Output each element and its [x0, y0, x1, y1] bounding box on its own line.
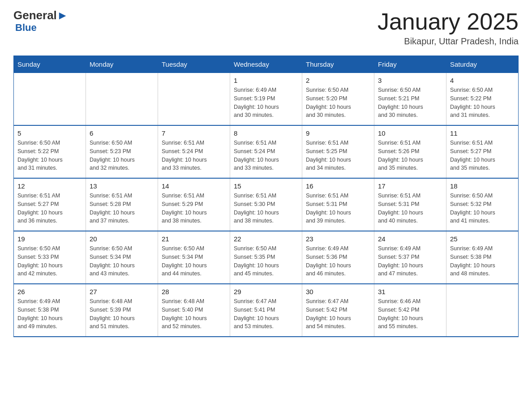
col-friday: Friday: [374, 56, 446, 73]
day-number: 18: [450, 182, 515, 190]
col-tuesday: Tuesday: [158, 56, 230, 73]
logo-arrow-icon: ►: [57, 9, 69, 22]
day-number: 12: [17, 182, 82, 190]
calendar-week-row: 19Sunrise: 6:50 AMSunset: 5:33 PMDayligh…: [14, 231, 519, 284]
day-info: Sunrise: 6:50 AMSunset: 5:22 PMDaylight:…: [17, 139, 82, 172]
day-number: 20: [90, 235, 154, 243]
day-info: Sunrise: 6:51 AMSunset: 5:29 PMDaylight:…: [162, 192, 226, 225]
calendar-cell: 13Sunrise: 6:51 AMSunset: 5:28 PMDayligh…: [86, 178, 158, 231]
day-number: 1: [234, 77, 298, 84]
calendar-cell: 11Sunrise: 6:51 AMSunset: 5:27 PMDayligh…: [446, 125, 519, 178]
day-info: Sunrise: 6:51 AMSunset: 5:31 PMDaylight:…: [306, 192, 370, 225]
calendar-cell: 28Sunrise: 6:48 AMSunset: 5:40 PMDayligh…: [158, 284, 230, 337]
day-info: Sunrise: 6:50 AMSunset: 5:23 PMDaylight:…: [90, 139, 154, 172]
day-number: 25: [450, 235, 515, 243]
day-info: Sunrise: 6:50 AMSunset: 5:34 PMDaylight:…: [90, 244, 154, 278]
day-info: Sunrise: 6:50 AMSunset: 5:32 PMDaylight:…: [450, 192, 515, 225]
day-info: Sunrise: 6:51 AMSunset: 5:31 PMDaylight:…: [378, 192, 442, 225]
day-number: 28: [162, 288, 226, 295]
day-number: 16: [306, 182, 370, 190]
logo: General► Blue: [13, 9, 69, 34]
calendar-cell: 4Sunrise: 6:50 AMSunset: 5:22 PMDaylight…: [446, 73, 519, 126]
logo-blue: Blue: [15, 22, 37, 34]
calendar-cell: 14Sunrise: 6:51 AMSunset: 5:29 PMDayligh…: [158, 178, 230, 231]
day-info: Sunrise: 6:48 AMSunset: 5:40 PMDaylight:…: [162, 297, 226, 331]
calendar-table: Sunday Monday Tuesday Wednesday Thursday…: [13, 56, 519, 337]
day-number: 8: [234, 129, 298, 137]
calendar-cell: 20Sunrise: 6:50 AMSunset: 5:34 PMDayligh…: [86, 231, 158, 284]
calendar-cell: 10Sunrise: 6:51 AMSunset: 5:26 PMDayligh…: [374, 125, 446, 178]
calendar-cell: 8Sunrise: 6:51 AMSunset: 5:24 PMDaylight…: [230, 125, 302, 178]
day-info: Sunrise: 6:50 AMSunset: 5:22 PMDaylight:…: [450, 86, 515, 120]
day-number: 31: [378, 288, 442, 295]
col-thursday: Thursday: [302, 56, 374, 73]
day-number: 6: [90, 129, 154, 137]
day-info: Sunrise: 6:51 AMSunset: 5:27 PMDaylight:…: [17, 192, 82, 225]
day-info: Sunrise: 6:47 AMSunset: 5:42 PMDaylight:…: [306, 297, 370, 331]
calendar-cell: 18Sunrise: 6:50 AMSunset: 5:32 PMDayligh…: [446, 178, 519, 231]
col-wednesday: Wednesday: [230, 56, 302, 73]
calendar-cell: 15Sunrise: 6:51 AMSunset: 5:30 PMDayligh…: [230, 178, 302, 231]
calendar-body: 1Sunrise: 6:49 AMSunset: 5:19 PMDaylight…: [14, 73, 519, 337]
day-number: 30: [306, 288, 370, 295]
day-number: 19: [17, 235, 82, 243]
day-info: Sunrise: 6:50 AMSunset: 5:33 PMDaylight:…: [17, 244, 82, 278]
day-info: Sunrise: 6:51 AMSunset: 5:27 PMDaylight:…: [450, 139, 515, 172]
logo-general: General►: [13, 9, 69, 22]
day-number: 4: [450, 77, 515, 84]
day-number: 29: [234, 288, 298, 295]
day-number: 22: [234, 235, 298, 243]
day-info: Sunrise: 6:51 AMSunset: 5:28 PMDaylight:…: [90, 192, 154, 225]
day-info: Sunrise: 6:49 AMSunset: 5:38 PMDaylight:…: [17, 297, 82, 331]
day-info: Sunrise: 6:49 AMSunset: 5:37 PMDaylight:…: [378, 244, 442, 278]
calendar-cell: 21Sunrise: 6:50 AMSunset: 5:34 PMDayligh…: [158, 231, 230, 284]
day-info: Sunrise: 6:49 AMSunset: 5:38 PMDaylight:…: [450, 244, 515, 278]
day-number: 26: [17, 288, 82, 295]
col-sunday: Sunday: [14, 56, 86, 73]
day-info: Sunrise: 6:49 AMSunset: 5:36 PMDaylight:…: [306, 244, 370, 278]
day-number: 14: [162, 182, 226, 190]
calendar-cell: [14, 73, 86, 126]
calendar-cell: 17Sunrise: 6:51 AMSunset: 5:31 PMDayligh…: [374, 178, 446, 231]
col-saturday: Saturday: [446, 56, 519, 73]
calendar-cell: 3Sunrise: 6:50 AMSunset: 5:21 PMDaylight…: [374, 73, 446, 126]
calendar-cell: 6Sunrise: 6:50 AMSunset: 5:23 PMDaylight…: [86, 125, 158, 178]
day-info: Sunrise: 6:49 AMSunset: 5:19 PMDaylight:…: [234, 86, 298, 120]
day-info: Sunrise: 6:51 AMSunset: 5:24 PMDaylight:…: [162, 139, 226, 172]
day-info: Sunrise: 6:51 AMSunset: 5:26 PMDaylight:…: [378, 139, 442, 172]
calendar-cell: [446, 284, 519, 337]
day-info: Sunrise: 6:51 AMSunset: 5:30 PMDaylight:…: [234, 192, 298, 225]
calendar-cell: 2Sunrise: 6:50 AMSunset: 5:20 PMDaylight…: [302, 73, 374, 126]
calendar-cell: 5Sunrise: 6:50 AMSunset: 5:22 PMDaylight…: [14, 125, 86, 178]
day-info: Sunrise: 6:48 AMSunset: 5:39 PMDaylight:…: [90, 297, 154, 331]
day-number: 15: [234, 182, 298, 190]
day-number: 27: [90, 288, 154, 295]
day-info: Sunrise: 6:47 AMSunset: 5:41 PMDaylight:…: [234, 297, 298, 331]
day-number: 21: [162, 235, 226, 243]
day-number: 3: [378, 77, 442, 84]
day-number: 9: [306, 129, 370, 137]
calendar-cell: 29Sunrise: 6:47 AMSunset: 5:41 PMDayligh…: [230, 284, 302, 337]
page-header: General► Blue January 2025 Bikapur, Utta…: [13, 9, 519, 47]
day-info: Sunrise: 6:50 AMSunset: 5:34 PMDaylight:…: [162, 244, 226, 278]
day-number: 13: [90, 182, 154, 190]
calendar-cell: 23Sunrise: 6:49 AMSunset: 5:36 PMDayligh…: [302, 231, 374, 284]
day-number: 2: [306, 77, 370, 84]
day-info: Sunrise: 6:50 AMSunset: 5:21 PMDaylight:…: [378, 86, 442, 120]
day-number: 23: [306, 235, 370, 243]
calendar-cell: 27Sunrise: 6:48 AMSunset: 5:39 PMDayligh…: [86, 284, 158, 337]
day-info: Sunrise: 6:50 AMSunset: 5:35 PMDaylight:…: [234, 244, 298, 278]
calendar-cell: 30Sunrise: 6:47 AMSunset: 5:42 PMDayligh…: [302, 284, 374, 337]
calendar-cell: [86, 73, 158, 126]
day-number: 11: [450, 129, 515, 137]
title-block: January 2025 Bikapur, Uttar Pradesh, Ind…: [378, 9, 519, 47]
calendar-week-row: 5Sunrise: 6:50 AMSunset: 5:22 PMDaylight…: [14, 125, 519, 178]
calendar-cell: 22Sunrise: 6:50 AMSunset: 5:35 PMDayligh…: [230, 231, 302, 284]
calendar-cell: 1Sunrise: 6:49 AMSunset: 5:19 PMDaylight…: [230, 73, 302, 126]
day-number: 17: [378, 182, 442, 190]
calendar-cell: [158, 73, 230, 126]
calendar-cell: 25Sunrise: 6:49 AMSunset: 5:38 PMDayligh…: [446, 231, 519, 284]
location: Bikapur, Uttar Pradesh, India: [378, 36, 519, 47]
calendar-week-row: 12Sunrise: 6:51 AMSunset: 5:27 PMDayligh…: [14, 178, 519, 231]
calendar-week-row: 26Sunrise: 6:49 AMSunset: 5:38 PMDayligh…: [14, 284, 519, 337]
